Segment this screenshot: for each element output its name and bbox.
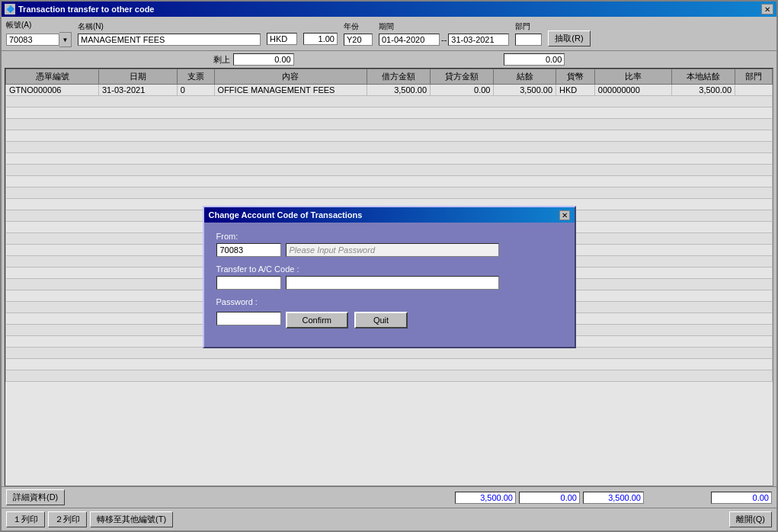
print2-button[interactable]: ２列印 xyxy=(48,511,87,527)
account-select: ▼ xyxy=(6,32,72,47)
currency-input[interactable] xyxy=(267,33,297,45)
remainder-value1[interactable] xyxy=(233,53,294,66)
from-hint-input[interactable] xyxy=(286,243,499,257)
status-total2 xyxy=(519,492,580,504)
bottom-left-buttons: １列印 ２列印 轉移至其他編號(T) xyxy=(6,511,173,527)
name-input[interactable] xyxy=(78,34,261,46)
modal-buttons: Confirm Quit xyxy=(286,312,408,328)
period-separator: -- xyxy=(441,35,447,44)
dept-label: 部門 xyxy=(515,21,542,32)
transfer-label: Transfer to A/C Code : xyxy=(216,264,562,274)
remainder-row: 剩上 xyxy=(2,51,776,68)
name-group: 名稱(N) xyxy=(78,21,261,46)
extract-spacer xyxy=(548,21,590,29)
modal-title: Change Account Code of Transactions xyxy=(209,210,363,220)
modal-title-bar: Change Account Code of Transactions ✕ xyxy=(204,207,575,223)
remainder-label: 剩上 xyxy=(213,54,230,66)
password-row: Confirm Quit xyxy=(216,309,562,328)
year-group: 年份 xyxy=(344,21,373,46)
period-start-input[interactable] xyxy=(379,34,440,46)
modal-close-button[interactable]: ✕ xyxy=(559,210,570,220)
password-input[interactable] xyxy=(216,312,281,325)
print1-button[interactable]: １列印 xyxy=(6,511,45,527)
transfer-row xyxy=(216,276,562,290)
close-button[interactable]: 離開(Q) xyxy=(729,511,772,527)
transfer-name-input[interactable] xyxy=(286,276,499,290)
amount-input[interactable] xyxy=(303,33,338,45)
name-label: 名稱(N) xyxy=(78,21,261,32)
transfer-button[interactable]: 轉移至其他編號(T) xyxy=(90,511,173,527)
currency-group xyxy=(267,23,297,45)
detail-button[interactable]: 詳細資料(D) xyxy=(6,489,65,505)
dept-group: 部門 xyxy=(515,21,542,46)
period-group: 期間 -- xyxy=(379,21,509,46)
title-bar: 🔷 Transaction transfer to other code ✕ xyxy=(2,2,776,17)
transfer-code-input[interactable] xyxy=(216,276,281,290)
from-label: From: xyxy=(216,232,562,241)
modal-window: Change Account Code of Transactions ✕ Fr… xyxy=(203,206,576,348)
period-end-input[interactable] xyxy=(448,34,509,46)
account-group: 帳號(A) ▼ xyxy=(6,20,72,47)
dept-input[interactable] xyxy=(515,34,542,46)
year-input[interactable] xyxy=(344,34,373,46)
account-label: 帳號(A) xyxy=(6,20,72,30)
password-label: Password : xyxy=(216,297,562,306)
remainder-value2[interactable] xyxy=(504,53,565,66)
from-code-input[interactable] xyxy=(216,243,281,257)
bottom-toolbar: １列印 ２列印 轉移至其他編號(T) 離開(Q) xyxy=(2,508,776,530)
confirm-button[interactable]: Confirm xyxy=(286,312,349,328)
year-label: 年份 xyxy=(344,21,373,32)
table-container: 憑單編號 日期 支票 內容 借方金額 貸方金額 結餘 貨幣 比率 本地結餘 部門… xyxy=(5,68,773,486)
window-title: Transaction transfer to other code xyxy=(18,5,154,14)
toolbar: 帳號(A) ▼ 名稱(N) 年份 期間 -- xyxy=(2,17,776,51)
app-icon: 🔷 xyxy=(5,4,15,14)
status-bar: 詳細資料(D) xyxy=(2,486,776,508)
quit-button[interactable]: Quit xyxy=(354,312,408,328)
amount-group xyxy=(303,23,338,45)
status-total4 xyxy=(711,492,772,504)
modal-body: From: Transfer to A/C Code : xyxy=(204,223,575,347)
extract-button[interactable]: 抽取(R) xyxy=(548,30,590,46)
modal-overlay: Change Account Code of Transactions ✕ Fr… xyxy=(5,69,773,486)
amount-label xyxy=(303,23,338,31)
main-window: 🔷 Transaction transfer to other code ✕ 帳… xyxy=(0,0,778,532)
from-row xyxy=(216,243,562,257)
account-dropdown-btn[interactable]: ▼ xyxy=(59,32,72,47)
extract-group: 抽取(R) xyxy=(548,21,590,46)
status-total3 xyxy=(583,492,644,504)
title-bar-left: 🔷 Transaction transfer to other code xyxy=(5,4,154,14)
currency-label xyxy=(267,23,297,31)
account-input[interactable] xyxy=(6,34,59,46)
window-close-button[interactable]: ✕ xyxy=(761,4,773,14)
status-total1 xyxy=(455,492,516,504)
period-label: 期間 xyxy=(379,21,509,32)
